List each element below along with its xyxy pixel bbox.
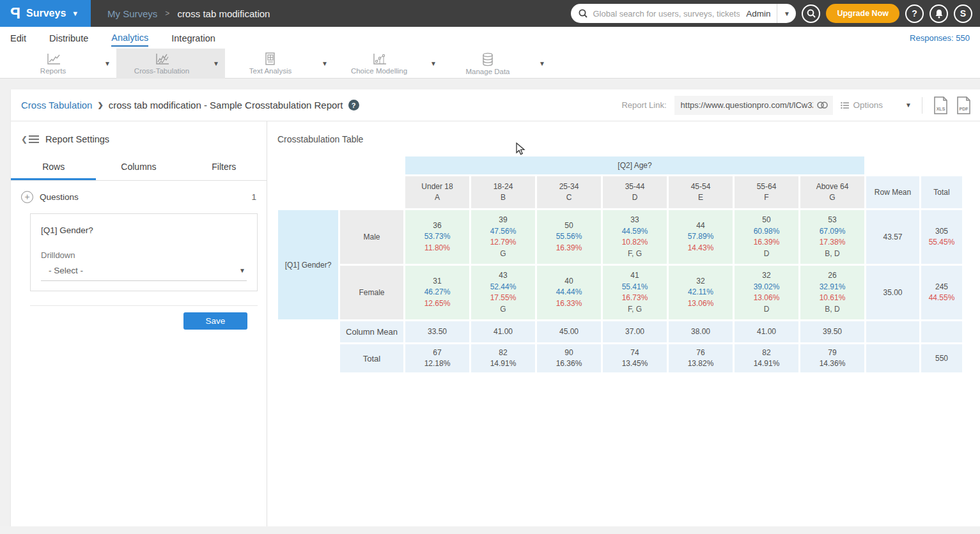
row-mean-cell: 43.57	[866, 210, 919, 264]
notifications-button[interactable]	[929, 4, 948, 23]
crosstab-cell: 4352.44%17.55%G	[471, 266, 535, 319]
column-mean-cell: 37.00	[603, 321, 667, 342]
options-menu[interactable]: Options ▼	[841, 100, 912, 110]
chevron-down-icon: ▼	[239, 267, 245, 274]
options-label: Options	[853, 100, 883, 110]
user-avatar[interactable]: S	[954, 4, 972, 23]
report-link-url[interactable]: https://www.questionpro.com/t/lCw3Zc	[681, 100, 813, 110]
save-button[interactable]: Save	[183, 312, 247, 330]
tab-integration[interactable]: Integration	[171, 29, 215, 46]
toolbar-item-label: Choice Modelling	[351, 67, 407, 75]
crosstab-cell: 3947.56%12.79%G	[471, 210, 535, 264]
search-scope-label: Admin	[740, 9, 777, 19]
product-switcher[interactable]: P Surveys ▼	[0, 0, 91, 27]
crosstab-cell: 5055.56%16.39%	[537, 210, 601, 264]
drilldown-label: Drilldown	[41, 250, 247, 260]
svg-text:XLS: XLS	[937, 107, 945, 111]
column-mean-cell: 41.00	[735, 321, 798, 342]
crosstab-cell: 3242.11%13.06%	[669, 266, 733, 319]
row-mean-cell: 35.00	[866, 266, 919, 319]
crosstab-cell: 3239.02%13.06%D	[735, 266, 798, 319]
settings-tabs: Rows Columns Filters	[11, 156, 267, 181]
empty-cell	[866, 321, 919, 342]
cross-tabulation-link[interactable]: Cross Tabulation	[21, 100, 92, 111]
chevron-down-icon[interactable]: ▼	[533, 49, 551, 79]
drilldown-select[interactable]: - Select - ▼	[41, 260, 247, 281]
drilldown-selected-value: - Select -	[49, 266, 239, 275]
chevron-left-icon: ❮	[21, 135, 27, 144]
analytics-toolbar: Reports ▼ Cross-Tabulation ▼ Text Analys…	[0, 49, 980, 79]
chevron-down-icon[interactable]: ▼	[207, 49, 225, 79]
crosstab-cell: 4044.44%16.33%	[537, 266, 601, 319]
line-chart-icon	[45, 53, 61, 66]
total-cell: 9016.36%	[537, 344, 601, 372]
tab-columns[interactable]: Columns	[96, 156, 181, 180]
column-mean-cell: 38.00	[669, 321, 733, 342]
grand-total-cell: 550	[921, 344, 962, 372]
avatar-initial: S	[960, 8, 966, 19]
toolbar-item-text-analysis[interactable]: Text Analysis ▼	[225, 49, 334, 79]
total-row: Total 6712.18% 8214.91% 9016.36% 7413.45…	[278, 344, 962, 372]
breadcrumb: My Surveys > cross tab modification	[107, 8, 270, 19]
report-settings-panel: ❮ Report Settings Rows Columns Filters +…	[11, 121, 267, 526]
row-mean-header: Row Mean	[866, 176, 919, 208]
chevron-down-icon[interactable]: ▼	[424, 49, 442, 79]
total-header: Total	[921, 176, 962, 208]
column-mean-row: Column Mean 33.50 41.00 45.00 37.00 38.0…	[278, 321, 962, 342]
tab-edit[interactable]: Edit	[10, 29, 26, 46]
report-card: Cross Tabulation ❯ cross tab modificatio…	[11, 89, 980, 526]
search-placeholder: Global search for users, surveys, ticket…	[593, 9, 740, 19]
crosstab-cell: 5060.98%16.39%D	[735, 210, 798, 264]
breadcrumb-separator: >	[165, 9, 169, 18]
link-icon[interactable]	[817, 102, 828, 109]
upgrade-now-button[interactable]: Upgrade Now	[826, 4, 899, 23]
chevron-down-icon[interactable]: ▼	[316, 49, 334, 79]
tab-filters[interactable]: Filters	[182, 156, 267, 180]
column-mean-cell: 45.00	[537, 321, 601, 342]
col-header-above-64: Above 64G	[800, 176, 864, 208]
column-question-banner: [Q2] Age?	[405, 156, 864, 174]
horizontal-scrollbar-track[interactable]	[0, 526, 980, 534]
divider	[922, 97, 922, 114]
tab-rows[interactable]: Rows	[11, 156, 96, 180]
search-submit-button[interactable]	[802, 4, 820, 23]
banner-row: [Q2] Age?	[278, 156, 962, 174]
col-header-35-44: 35-44D	[603, 176, 667, 208]
report-link-field[interactable]: https://www.questionpro.com/t/lCw3Zc	[674, 96, 833, 115]
breadcrumb-my-surveys[interactable]: My Surveys	[107, 8, 157, 19]
questions-label: Questions	[40, 192, 79, 202]
bell-icon	[935, 9, 944, 19]
export-xls-button[interactable]: XLS	[933, 96, 948, 114]
total-cell: 7413.45%	[603, 344, 667, 372]
mouse-cursor	[515, 142, 527, 155]
column-mean-cell: 33.50	[405, 321, 469, 342]
row-label-male: Male	[340, 210, 403, 264]
export-pdf-button[interactable]: PDF	[956, 96, 971, 114]
empty-cell	[921, 321, 962, 342]
total-cell: 6712.18%	[405, 344, 469, 372]
crosstab-area: Crosstabulation Table [Q2] Age? Under 18…	[267, 121, 980, 526]
column-mean-label: Column Mean	[340, 321, 403, 342]
report-link-label: Report Link:	[621, 100, 666, 110]
tab-distribute[interactable]: Distribute	[49, 29, 88, 46]
toolbar-item-reports[interactable]: Reports ▼	[8, 49, 116, 79]
database-icon	[481, 52, 495, 66]
toolbar-item-label: Reports	[40, 67, 66, 75]
table-row-male: [Q1] Gender? Male 3653.73%11.80% 3947.56…	[278, 210, 962, 264]
toolbar-item-cross-tabulation[interactable]: Cross-Tabulation ▼	[116, 49, 225, 79]
empty-cell	[866, 344, 919, 372]
breadcrumb-survey-name: cross tab modification	[177, 8, 270, 19]
search-icon	[807, 9, 816, 18]
collapse-panel-button[interactable]: ❮	[21, 135, 39, 144]
multi-line-chart-icon	[154, 53, 169, 66]
chevron-down-icon[interactable]: ▼	[98, 49, 116, 79]
global-search[interactable]: Global search for users, surveys, ticket…	[571, 4, 796, 23]
list-icon	[841, 102, 849, 109]
search-scope-dropdown[interactable]: ▼	[777, 4, 796, 23]
tab-analytics[interactable]: Analytics	[111, 29, 148, 47]
add-question-button[interactable]: +	[21, 191, 33, 203]
toolbar-item-choice-modelling[interactable]: Choice Modelling ▼	[334, 49, 442, 79]
help-icon[interactable]: ?	[348, 100, 359, 111]
toolbar-item-manage-data[interactable]: Manage Data ▼	[442, 49, 551, 79]
help-button[interactable]: ?	[905, 4, 924, 23]
